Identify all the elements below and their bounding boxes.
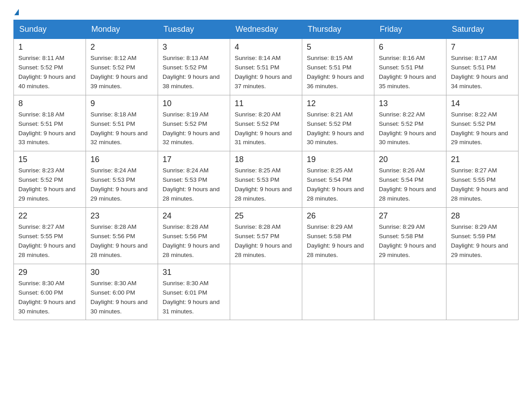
calendar-cell: 13Sunrise: 8:22 AMSunset: 5:52 PMDayligh… [374,95,446,151]
calendar-week-row: 29Sunrise: 8:30 AMSunset: 6:00 PMDayligh… [14,264,519,320]
calendar-cell: 5Sunrise: 8:15 AMSunset: 5:51 PMDaylight… [302,39,374,95]
calendar-cell: 18Sunrise: 8:25 AMSunset: 5:53 PMDayligh… [230,151,302,208]
calendar-cell: 28Sunrise: 8:29 AMSunset: 5:59 PMDayligh… [446,208,519,264]
day-number: 11 [235,99,297,108]
day-info: Sunrise: 8:29 AMSunset: 5:58 PMDaylight:… [307,223,369,260]
calendar-cell: 2Sunrise: 8:12 AMSunset: 5:52 PMDaylight… [86,39,158,95]
day-info: Sunrise: 8:15 AMSunset: 5:51 PMDaylight:… [307,54,369,91]
day-info: Sunrise: 8:24 AMSunset: 5:53 PMDaylight:… [90,166,153,204]
calendar-cell [374,264,446,320]
day-info: Sunrise: 8:30 AMSunset: 6:00 PMDaylight:… [90,279,153,317]
calendar-table: SundayMondayTuesdayWednesdayThursdayFrid… [13,20,519,320]
day-number: 23 [90,211,153,221]
day-info: Sunrise: 8:18 AMSunset: 5:51 PMDaylight:… [18,110,81,148]
day-info: Sunrise: 8:28 AMSunset: 5:57 PMDaylight:… [235,223,297,260]
day-number: 16 [90,155,153,164]
day-info: Sunrise: 8:29 AMSunset: 5:58 PMDaylight:… [379,223,442,260]
day-info: Sunrise: 8:22 AMSunset: 5:52 PMDaylight:… [379,110,442,148]
logo [13,9,19,15]
day-info: Sunrise: 8:16 AMSunset: 5:51 PMDaylight:… [379,54,442,91]
calendar-cell: 21Sunrise: 8:27 AMSunset: 5:55 PMDayligh… [446,151,519,208]
day-number: 26 [307,211,369,221]
day-number: 20 [379,155,442,164]
day-info: Sunrise: 8:25 AMSunset: 5:54 PMDaylight:… [307,166,369,204]
calendar-header: SundayMondayTuesdayWednesdayThursdayFrid… [14,20,519,39]
calendar-cell: 22Sunrise: 8:27 AMSunset: 5:55 PMDayligh… [14,208,86,264]
day-info: Sunrise: 8:29 AMSunset: 5:59 PMDaylight:… [451,223,514,260]
weekday-header-tuesday: Tuesday [158,20,230,39]
day-info: Sunrise: 8:13 AMSunset: 5:52 PMDaylight:… [163,54,225,91]
day-number: 13 [379,99,442,108]
day-info: Sunrise: 8:26 AMSunset: 5:54 PMDaylight:… [379,166,442,204]
day-info: Sunrise: 8:28 AMSunset: 5:56 PMDaylight:… [163,223,225,260]
calendar-cell: 10Sunrise: 8:19 AMSunset: 5:52 PMDayligh… [158,95,230,151]
day-number: 2 [90,43,153,52]
day-info: Sunrise: 8:30 AMSunset: 6:00 PMDaylight:… [18,279,81,317]
day-info: Sunrise: 8:19 AMSunset: 5:52 PMDaylight:… [163,110,225,148]
day-number: 1 [18,43,81,52]
calendar-cell: 19Sunrise: 8:25 AMSunset: 5:54 PMDayligh… [302,151,374,208]
day-info: Sunrise: 8:12 AMSunset: 5:52 PMDaylight:… [90,54,153,91]
day-number: 8 [18,99,81,108]
calendar-cell: 17Sunrise: 8:24 AMSunset: 5:53 PMDayligh… [158,151,230,208]
weekday-header-friday: Friday [374,20,446,39]
logo-triangle-icon [14,9,19,15]
calendar-cell: 16Sunrise: 8:24 AMSunset: 5:53 PMDayligh… [86,151,158,208]
calendar-cell: 9Sunrise: 8:18 AMSunset: 5:51 PMDaylight… [86,95,158,151]
calendar-cell [302,264,374,320]
day-number: 6 [379,43,442,52]
header [13,9,519,15]
day-number: 25 [235,211,297,221]
day-number: 24 [163,211,225,221]
day-number: 28 [451,211,514,221]
calendar-cell: 15Sunrise: 8:23 AMSunset: 5:52 PMDayligh… [14,151,86,208]
day-info: Sunrise: 8:17 AMSunset: 5:51 PMDaylight:… [451,54,514,91]
day-number: 30 [90,268,153,277]
day-info: Sunrise: 8:18 AMSunset: 5:51 PMDaylight:… [90,110,153,148]
calendar-cell: 7Sunrise: 8:17 AMSunset: 5:51 PMDaylight… [446,39,519,95]
calendar-cell: 20Sunrise: 8:26 AMSunset: 5:54 PMDayligh… [374,151,446,208]
day-number: 5 [307,43,369,52]
calendar-week-row: 8Sunrise: 8:18 AMSunset: 5:51 PMDaylight… [14,95,519,151]
calendar-week-row: 15Sunrise: 8:23 AMSunset: 5:52 PMDayligh… [14,151,519,208]
weekday-header-wednesday: Wednesday [230,20,302,39]
calendar-week-row: 1Sunrise: 8:11 AMSunset: 5:52 PMDaylight… [14,39,519,95]
weekday-header-saturday: Saturday [446,20,519,39]
weekday-header-thursday: Thursday [302,20,374,39]
calendar-cell: 24Sunrise: 8:28 AMSunset: 5:56 PMDayligh… [158,208,230,264]
calendar-cell: 8Sunrise: 8:18 AMSunset: 5:51 PMDaylight… [14,95,86,151]
day-info: Sunrise: 8:28 AMSunset: 5:56 PMDaylight:… [90,223,153,260]
calendar-cell: 29Sunrise: 8:30 AMSunset: 6:00 PMDayligh… [14,264,86,320]
calendar-week-row: 22Sunrise: 8:27 AMSunset: 5:55 PMDayligh… [14,208,519,264]
day-number: 27 [379,211,442,221]
weekday-header-row: SundayMondayTuesdayWednesdayThursdayFrid… [14,20,519,39]
calendar-cell [230,264,302,320]
day-number: 18 [235,155,297,164]
calendar-cell: 25Sunrise: 8:28 AMSunset: 5:57 PMDayligh… [230,208,302,264]
calendar-cell: 27Sunrise: 8:29 AMSunset: 5:58 PMDayligh… [374,208,446,264]
day-info: Sunrise: 8:24 AMSunset: 5:53 PMDaylight:… [163,166,225,204]
calendar-cell: 11Sunrise: 8:20 AMSunset: 5:52 PMDayligh… [230,95,302,151]
day-info: Sunrise: 8:11 AMSunset: 5:52 PMDaylight:… [18,54,81,91]
calendar-cell: 12Sunrise: 8:21 AMSunset: 5:52 PMDayligh… [302,95,374,151]
day-number: 9 [90,99,153,108]
day-number: 7 [451,43,514,52]
day-number: 19 [307,155,369,164]
day-number: 3 [163,43,225,52]
calendar-cell: 23Sunrise: 8:28 AMSunset: 5:56 PMDayligh… [86,208,158,264]
day-number: 29 [18,268,81,277]
weekday-header-sunday: Sunday [14,20,86,39]
calendar-cell: 1Sunrise: 8:11 AMSunset: 5:52 PMDaylight… [14,39,86,95]
calendar-cell: 4Sunrise: 8:14 AMSunset: 5:51 PMDaylight… [230,39,302,95]
day-number: 14 [451,99,514,108]
day-info: Sunrise: 8:27 AMSunset: 5:55 PMDaylight:… [18,223,81,260]
day-info: Sunrise: 8:30 AMSunset: 6:01 PMDaylight:… [163,279,225,317]
calendar-cell: 6Sunrise: 8:16 AMSunset: 5:51 PMDaylight… [374,39,446,95]
day-number: 12 [307,99,369,108]
day-number: 21 [451,155,514,164]
weekday-header-monday: Monday [86,20,158,39]
day-info: Sunrise: 8:23 AMSunset: 5:52 PMDaylight:… [18,166,81,204]
calendar-cell: 26Sunrise: 8:29 AMSunset: 5:58 PMDayligh… [302,208,374,264]
day-info: Sunrise: 8:21 AMSunset: 5:52 PMDaylight:… [307,110,369,148]
calendar-cell [446,264,519,320]
